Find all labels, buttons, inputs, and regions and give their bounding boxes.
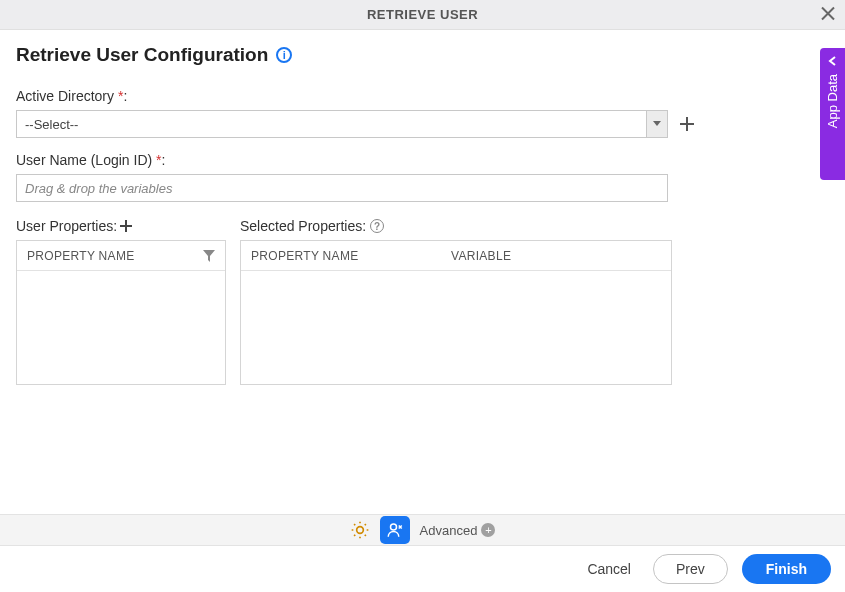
dialog-header: RETRIEVE USER: [0, 0, 845, 30]
selected-properties-label: Selected Properties:: [240, 218, 366, 234]
help-icon[interactable]: ?: [370, 219, 384, 233]
user-properties-header-name: PROPERTY NAME: [17, 241, 225, 270]
filter-icon[interactable]: [203, 250, 215, 262]
selected-properties-label-row: Selected Properties: ?: [240, 218, 672, 234]
bottom-toolbar: Advanced +: [0, 514, 845, 546]
content-area: Retrieve User Configuration i Active Dir…: [0, 30, 845, 399]
active-directory-label: Active Directory *:: [16, 88, 829, 104]
chevron-left-icon: [828, 56, 838, 66]
footer: Cancel Prev Finish: [0, 546, 845, 592]
active-directory-field: Active Directory *: --Select--: [16, 88, 829, 138]
chevron-down-icon[interactable]: [646, 110, 668, 138]
user-action-icon[interactable]: [380, 516, 410, 544]
selected-properties-grid-header: PROPERTY NAME VARIABLE: [241, 241, 671, 271]
user-name-field: User Name (Login ID) *:: [16, 152, 829, 202]
prev-button[interactable]: Prev: [653, 554, 728, 584]
selected-properties-header-var: VARIABLE: [441, 241, 671, 270]
user-properties-label-row: User Properties:: [16, 218, 226, 234]
user-properties-label: User Properties:: [16, 218, 117, 234]
active-directory-select-wrapper: --Select--: [16, 110, 668, 138]
active-directory-row: --Select--: [16, 110, 829, 138]
close-icon[interactable]: [821, 4, 835, 25]
app-data-side-tab[interactable]: App Data: [820, 48, 845, 180]
user-properties-grid: PROPERTY NAME: [16, 240, 226, 385]
user-properties-grid-header: PROPERTY NAME: [17, 241, 225, 271]
user-name-label: User Name (Login ID) *:: [16, 152, 829, 168]
active-directory-select[interactable]: --Select--: [16, 110, 668, 138]
page-title: Retrieve User Configuration: [16, 44, 268, 66]
info-icon[interactable]: i: [276, 47, 292, 63]
dialog-title: RETRIEVE USER: [367, 7, 478, 22]
gear-icon[interactable]: [350, 520, 370, 540]
properties-section: User Properties: PROPERTY NAME: [16, 218, 829, 385]
cancel-button[interactable]: Cancel: [579, 555, 639, 583]
user-name-input[interactable]: [16, 174, 668, 202]
side-tab-label: App Data: [825, 74, 840, 128]
svg-point-0: [390, 524, 396, 530]
add-directory-icon[interactable]: [678, 115, 696, 133]
advanced-label: Advanced: [420, 523, 478, 538]
selected-properties-col: Selected Properties: ? PROPERTY NAME VAR…: [240, 218, 672, 385]
plus-circle-icon: +: [481, 523, 495, 537]
advanced-toggle[interactable]: Advanced +: [420, 523, 496, 538]
selected-properties-header-name: PROPERTY NAME: [241, 241, 441, 270]
user-properties-col: User Properties: PROPERTY NAME: [16, 218, 226, 385]
page-title-row: Retrieve User Configuration i: [16, 44, 829, 66]
finish-button[interactable]: Finish: [742, 554, 831, 584]
add-user-property-icon[interactable]: [119, 219, 133, 233]
selected-properties-grid: PROPERTY NAME VARIABLE: [240, 240, 672, 385]
